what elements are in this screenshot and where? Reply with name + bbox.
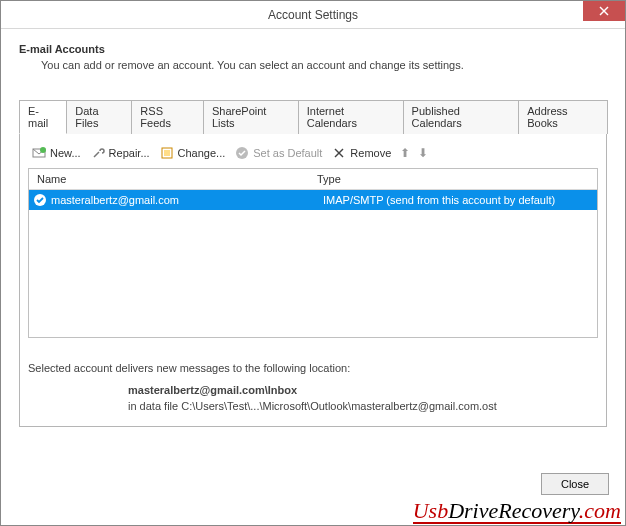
account-row[interactable]: masteralbertz@gmail.com IMAP/SMTP (send …: [29, 190, 597, 210]
watermark-p3: .com: [579, 498, 621, 523]
header-description: You can add or remove an account. You ca…: [41, 59, 607, 71]
header-block: E-mail Accounts You can add or remove an…: [19, 43, 607, 71]
remove-icon: [332, 146, 346, 160]
change-icon: [160, 146, 174, 160]
tab-internet-calendars[interactable]: Internet Calendars: [298, 100, 404, 134]
remove-button[interactable]: Remove: [328, 144, 395, 162]
repair-button[interactable]: Repair...: [87, 144, 154, 162]
tab-sharepoint-lists[interactable]: SharePoint Lists: [203, 100, 299, 134]
delivery-location: masteralbertz@gmail.com\Inbox: [128, 384, 598, 396]
titlebar: Account Settings: [1, 1, 625, 29]
tab-rss-feeds[interactable]: RSS Feeds: [131, 100, 204, 134]
account-name: masteralbertz@gmail.com: [51, 194, 323, 206]
tab-address-books[interactable]: Address Books: [518, 100, 608, 134]
new-label: New...: [50, 147, 81, 159]
tab-email[interactable]: E-mail: [19, 100, 67, 134]
watermark-p1: Usb: [413, 498, 448, 523]
close-button[interactable]: Close: [541, 473, 609, 495]
accounts-list: Name Type masteralbertz@gmail.com IMAP/S…: [28, 168, 598, 338]
delivery-datafile: in data file C:\Users\Test\...\Microsoft…: [128, 400, 598, 412]
window-title: Account Settings: [268, 8, 358, 22]
change-button[interactable]: Change...: [156, 144, 230, 162]
close-icon: [599, 6, 609, 16]
check-icon: [235, 146, 249, 160]
svg-point-3: [40, 147, 46, 153]
tab-data-files[interactable]: Data Files: [66, 100, 132, 134]
window-close-button[interactable]: [583, 1, 625, 21]
remove-label: Remove: [350, 147, 391, 159]
repair-icon: [91, 146, 105, 160]
header-title: E-mail Accounts: [19, 43, 607, 55]
move-down-icon: ⬇: [415, 146, 431, 160]
set-default-label: Set as Default: [253, 147, 322, 159]
account-type: IMAP/SMTP (send from this account by def…: [323, 194, 593, 206]
tabs: E-mail Data Files RSS Feeds SharePoint L…: [19, 99, 607, 134]
list-header: Name Type: [29, 169, 597, 190]
set-default-button: Set as Default: [231, 144, 326, 162]
move-up-icon: ⬆: [397, 146, 413, 160]
account-default-icon: [33, 193, 47, 207]
new-icon: [32, 146, 46, 160]
column-name[interactable]: Name: [29, 169, 309, 189]
svg-rect-5: [164, 150, 170, 156]
change-label: Change...: [178, 147, 226, 159]
column-type[interactable]: Type: [309, 169, 597, 189]
delivery-info: Selected account delivers new messages t…: [28, 362, 598, 412]
watermark: UsbDriveRecovery.com: [413, 500, 621, 524]
delivery-label: Selected account delivers new messages t…: [28, 362, 598, 374]
tab-published-calendars[interactable]: Published Calendars: [403, 100, 520, 134]
toolbar: New... Repair... Change... Set as Defaul…: [28, 140, 598, 168]
footer: Close UsbDriveRecovery.com: [1, 471, 625, 525]
repair-label: Repair...: [109, 147, 150, 159]
tab-panel: New... Repair... Change... Set as Defaul…: [19, 134, 607, 427]
watermark-p2: DriveRecovery: [448, 498, 579, 523]
new-button[interactable]: New...: [28, 144, 85, 162]
